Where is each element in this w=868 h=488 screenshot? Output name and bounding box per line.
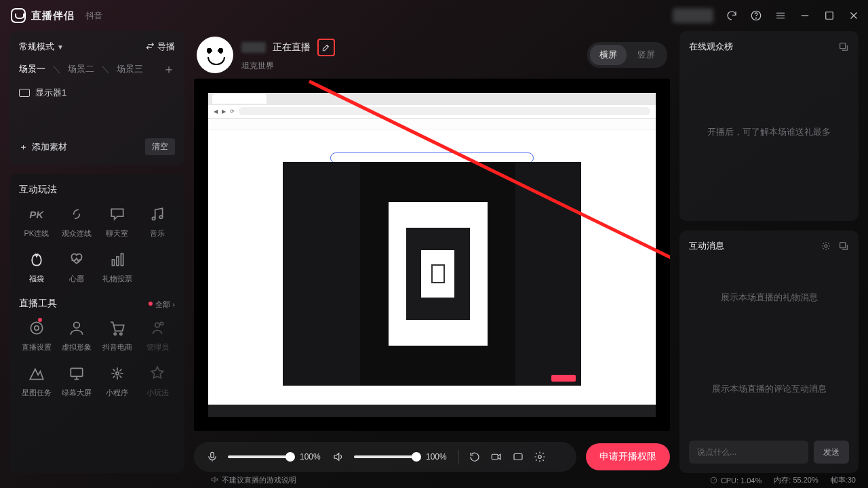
chatroom-icon: [108, 205, 126, 223]
green-screen-button[interactable]: 绿幕大屏: [60, 365, 95, 398]
add-scene-button[interactable]: ＋: [163, 61, 175, 77]
svg-point-24: [825, 245, 827, 247]
orientation-landscape[interactable]: 横屏: [590, 45, 627, 65]
mic-value: 100%: [300, 452, 323, 462]
maximize-icon[interactable]: [823, 9, 835, 22]
guide-button[interactable]: 导播: [145, 41, 175, 53]
svg-point-4: [160, 216, 163, 218]
svg-rect-25: [840, 243, 846, 248]
audience-link-button[interactable]: 观众连线: [60, 205, 95, 239]
viewers-title: 在线观众榜: [689, 41, 733, 53]
mini-games-button[interactable]: 小玩法: [140, 365, 176, 398]
svg-point-13: [155, 323, 160, 327]
message-settings-icon[interactable]: [821, 241, 831, 251]
svg-point-12: [120, 333, 122, 335]
clear-button[interactable]: 清空: [145, 138, 175, 155]
start-stream-button[interactable]: 申请开播权限: [586, 443, 670, 470]
help-icon[interactable]: [750, 9, 762, 22]
speaker-icon[interactable]: [332, 451, 344, 463]
chatroom-button[interactable]: 聊天室: [100, 205, 135, 239]
svg-rect-23: [840, 43, 846, 49]
audience-link-icon: [68, 205, 85, 223]
settings-icon[interactable]: [534, 451, 546, 463]
admin-button[interactable]: 管理员: [140, 319, 176, 352]
svg-rect-19: [211, 452, 214, 458]
features-panel: 互动玩法 PKPK连线观众连线聊天室音乐福袋心愿礼物投票 直播工具 全部 › 直…: [9, 174, 184, 473]
refresh-icon[interactable]: [726, 9, 738, 22]
record-icon[interactable]: [512, 451, 524, 463]
interactive-heading: 互动玩法: [19, 184, 175, 196]
add-material-button[interactable]: ＋ 添加素材: [19, 141, 67, 153]
source-monitor[interactable]: 显示器1: [19, 87, 175, 99]
control-bar: 100% 100% 申请开播权限: [194, 441, 670, 473]
monitor-icon: [19, 89, 30, 97]
green-screen-icon: [68, 365, 85, 382]
wish-icon: [68, 251, 85, 268]
mute-icon: [210, 475, 219, 484]
xingtu-button[interactable]: 星图任务: [19, 365, 54, 398]
svg-point-14: [161, 322, 163, 325]
lucky-bag-button[interactable]: 福袋: [19, 251, 54, 284]
status-bar: 不建议直播的游戏说明 CPU: 1.04% 内存: 55.20% 帧率:30: [0, 472, 868, 488]
mic-icon[interactable]: [206, 451, 218, 463]
speaker-slider[interactable]: [354, 455, 416, 458]
music-button[interactable]: 音乐: [140, 205, 176, 239]
pk-button[interactable]: PKPK连线: [19, 205, 54, 239]
app-subtitle: ·抖音: [84, 10, 102, 22]
popout-icon[interactable]: [838, 41, 849, 52]
live-settings-button[interactable]: 直播设置: [19, 319, 54, 352]
scene-tab-3[interactable]: 场景三: [117, 63, 143, 75]
gift-vote-button[interactable]: 礼物投票: [100, 251, 135, 284]
admin-icon: [149, 319, 166, 337]
app-logo: 直播伴侣 ·抖音: [11, 8, 102, 23]
svg-point-1: [756, 18, 757, 18]
mode-selector[interactable]: 常规模式▼: [19, 41, 64, 53]
gauge-icon: [709, 476, 718, 485]
chat-input[interactable]: 说点什么...: [689, 441, 808, 464]
orientation-toggle: 横屏 竖屏: [587, 42, 667, 68]
orientation-portrait[interactable]: 竖屏: [628, 45, 665, 65]
mini-games-icon: [149, 365, 166, 382]
stream-category[interactable]: 坦克世界: [241, 60, 335, 72]
svg-point-3: [153, 217, 155, 220]
svg-point-16: [116, 372, 119, 375]
camera-toggle-icon[interactable]: [490, 451, 502, 463]
popout-icon[interactable]: [838, 241, 849, 251]
gift-vote-icon: [108, 251, 126, 268]
send-button[interactable]: 发送: [814, 441, 849, 464]
svg-rect-20: [492, 454, 498, 460]
preview-canvas[interactable]: ◀▶⟳: [194, 79, 670, 431]
titlebar: 直播伴侣 ·抖音: [0, 0, 868, 31]
comment-empty-text: 展示本场直播的评论互动消息: [689, 344, 849, 435]
speaker-value: 100%: [426, 452, 449, 462]
miniapp-button[interactable]: 小程序: [100, 365, 135, 398]
svg-point-22: [538, 455, 542, 459]
scene-tab-1[interactable]: 场景一: [19, 63, 45, 75]
svg-point-8: [31, 322, 42, 333]
scene-panel: 常规模式▼ 导播 场景一＼ 场景二＼ 场景三 ＋ 显示器1 ＋ 添加素材 清空: [9, 31, 184, 165]
user-chip[interactable]: [673, 8, 713, 23]
messages-title: 互动消息: [689, 240, 724, 252]
virtual-avatar-button[interactable]: 虚拟形象: [60, 319, 95, 352]
logo-icon: [11, 8, 26, 23]
stream-header: 正在直播 坦克世界 横屏 竖屏: [194, 31, 670, 79]
fps-stat: 帧率:30: [831, 475, 856, 485]
wish-button[interactable]: 心愿: [60, 251, 95, 284]
close-icon[interactable]: [848, 9, 860, 22]
streamer-avatar[interactable]: [197, 37, 233, 73]
douyin-commerce-button[interactable]: 抖音电商: [100, 319, 135, 352]
mem-stat: 内存: 55.20%: [774, 475, 818, 485]
svg-rect-2: [826, 12, 833, 20]
edit-title-button[interactable]: [317, 39, 335, 56]
game-warning-link[interactable]: 不建议直播的游戏说明: [210, 475, 296, 485]
loop-icon[interactable]: [469, 451, 481, 463]
scene-tab-2[interactable]: 场景二: [68, 63, 94, 75]
xingtu-icon: [28, 365, 45, 382]
mic-slider[interactable]: [228, 455, 290, 458]
tools-all-link[interactable]: 全部 ›: [149, 298, 175, 310]
menu-icon[interactable]: [774, 9, 787, 22]
captured-screen: ◀▶⟳: [208, 93, 656, 417]
pk-icon: PK: [28, 205, 45, 223]
minimize-icon[interactable]: [799, 9, 811, 22]
app-name: 直播伴侣: [31, 9, 75, 22]
